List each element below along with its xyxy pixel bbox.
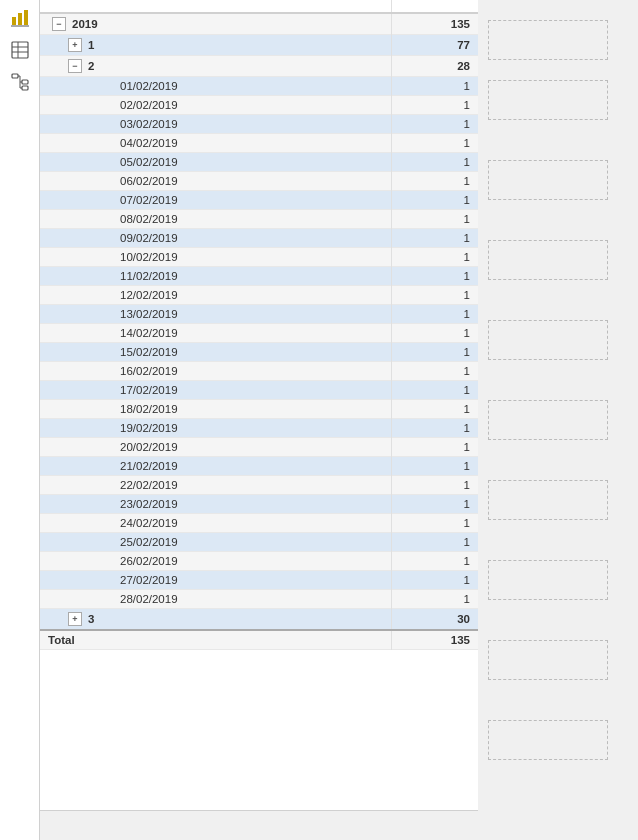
value-cell: 1 <box>392 343 478 362</box>
table-container: −2019135+177−22801/02/2019102/02/2019103… <box>40 0 478 810</box>
value-cell: 1 <box>392 438 478 457</box>
table-row: 10/02/20191 <box>40 248 478 267</box>
year-cell: 05/02/2019 <box>40 153 392 172</box>
hierarchy-icon[interactable] <box>6 68 34 96</box>
dotted-box-5 <box>488 320 608 360</box>
year-cell: 20/02/2019 <box>40 438 392 457</box>
collapse-btn[interactable]: − <box>68 59 82 73</box>
sidebar <box>0 0 40 840</box>
table-row: 07/02/20191 <box>40 191 478 210</box>
expand-btn[interactable]: + <box>68 38 82 52</box>
table-row: 27/02/20191 <box>40 571 478 590</box>
year-cell: 08/02/2019 <box>40 210 392 229</box>
value-cell: 1 <box>392 267 478 286</box>
value-cell: 1 <box>392 552 478 571</box>
year-cell: 11/02/2019 <box>40 267 392 286</box>
value-cell: 1 <box>392 229 478 248</box>
value-cell: 1 <box>392 248 478 267</box>
table-icon[interactable] <box>6 36 34 64</box>
value-cell: 1 <box>392 533 478 552</box>
year-cell: 15/02/2019 <box>40 343 392 362</box>
table-row: 08/02/20191 <box>40 210 478 229</box>
table-row: 16/02/20191 <box>40 362 478 381</box>
year-cell: 19/02/2019 <box>40 419 392 438</box>
table-row: 02/02/20191 <box>40 96 478 115</box>
year-cell: 03/02/2019 <box>40 115 392 134</box>
table-row: Total135 <box>40 630 478 650</box>
table-row: 20/02/20191 <box>40 438 478 457</box>
table-row: 22/02/20191 <box>40 476 478 495</box>
dotted-box-6 <box>488 400 608 440</box>
table-row: 21/02/20191 <box>40 457 478 476</box>
table-row: 03/02/20191 <box>40 115 478 134</box>
value-cell: 135 <box>392 630 478 650</box>
year-cell: 26/02/2019 <box>40 552 392 571</box>
table-row: 12/02/20191 <box>40 286 478 305</box>
dotted-box-8 <box>488 560 608 600</box>
value-cell: 1 <box>392 305 478 324</box>
value-cell: 1 <box>392 115 478 134</box>
year-cell: 17/02/2019 <box>40 381 392 400</box>
value-cell: 1 <box>392 153 478 172</box>
row-label: 2 <box>88 60 94 72</box>
table-row: 15/02/20191 <box>40 343 478 362</box>
year-cell: 18/02/2019 <box>40 400 392 419</box>
year-cell: 10/02/2019 <box>40 248 392 267</box>
dayvalues-column-header <box>392 0 478 13</box>
bottom-bar <box>40 810 478 840</box>
collapse-btn[interactable]: − <box>52 17 66 31</box>
table-row: 19/02/20191 <box>40 419 478 438</box>
value-cell: 1 <box>392 381 478 400</box>
table-header-row <box>40 0 478 13</box>
year-cell: 28/02/2019 <box>40 590 392 609</box>
table-row: 09/02/20191 <box>40 229 478 248</box>
year-cell: −2019 <box>40 13 392 35</box>
value-cell: 1 <box>392 590 478 609</box>
table-row: 25/02/20191 <box>40 533 478 552</box>
table-row: 17/02/20191 <box>40 381 478 400</box>
svg-rect-0 <box>12 17 16 25</box>
year-cell: 13/02/2019 <box>40 305 392 324</box>
value-cell: 1 <box>392 77 478 96</box>
main-content: −2019135+177−22801/02/2019102/02/2019103… <box>40 0 478 840</box>
table-row: +177 <box>40 35 478 56</box>
expand-btn[interactable]: + <box>68 612 82 626</box>
year-cell: 24/02/2019 <box>40 514 392 533</box>
year-cell: 12/02/2019 <box>40 286 392 305</box>
year-cell: 07/02/2019 <box>40 191 392 210</box>
table-row: 06/02/20191 <box>40 172 478 191</box>
data-table: −2019135+177−22801/02/2019102/02/2019103… <box>40 0 478 650</box>
svg-rect-4 <box>12 42 28 58</box>
year-cell: Total <box>40 630 392 650</box>
table-row: 24/02/20191 <box>40 514 478 533</box>
year-column-header <box>40 0 392 13</box>
svg-rect-10 <box>22 86 28 90</box>
year-cell: 01/02/2019 <box>40 77 392 96</box>
value-cell: 1 <box>392 400 478 419</box>
right-panel <box>478 0 638 840</box>
table-row: 01/02/20191 <box>40 77 478 96</box>
value-cell: 1 <box>392 96 478 115</box>
value-cell: 1 <box>392 495 478 514</box>
svg-rect-9 <box>22 80 28 84</box>
year-cell: 02/02/2019 <box>40 96 392 115</box>
value-cell: 1 <box>392 362 478 381</box>
value-cell: 1 <box>392 419 478 438</box>
value-cell: 1 <box>392 286 478 305</box>
table-row: 11/02/20191 <box>40 267 478 286</box>
row-label: 1 <box>88 39 94 51</box>
year-cell: 22/02/2019 <box>40 476 392 495</box>
dotted-box-7 <box>488 480 608 520</box>
value-cell: 1 <box>392 457 478 476</box>
year-cell: 09/02/2019 <box>40 229 392 248</box>
value-cell: 1 <box>392 571 478 590</box>
svg-rect-1 <box>18 13 22 25</box>
dotted-box-4 <box>488 240 608 280</box>
year-cell: 27/02/2019 <box>40 571 392 590</box>
bar-chart-icon[interactable] <box>6 4 34 32</box>
svg-rect-8 <box>12 74 18 78</box>
table-row: +330 <box>40 609 478 631</box>
value-cell: 1 <box>392 191 478 210</box>
table-row: −228 <box>40 56 478 77</box>
table-row: 23/02/20191 <box>40 495 478 514</box>
